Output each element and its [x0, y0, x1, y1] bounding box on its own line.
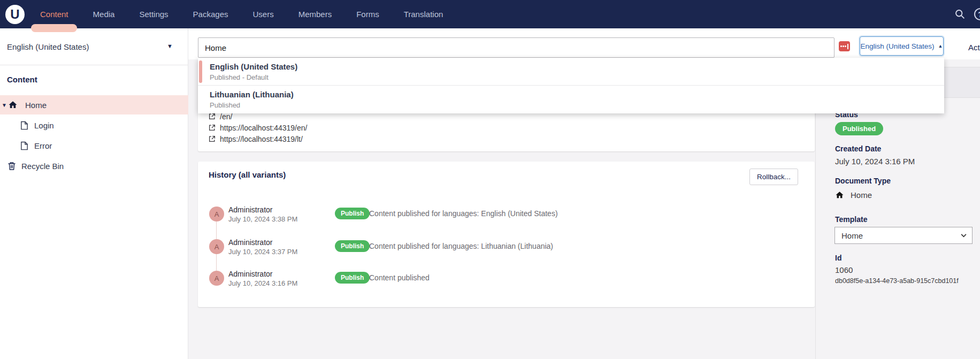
- tree-item-label: Home: [25, 101, 47, 110]
- template-label: Template: [835, 215, 867, 224]
- language-option-name: Lithuanian (Lithuania): [210, 90, 294, 99]
- tree-item-login[interactable]: Login: [0, 116, 188, 135]
- history-user: Administrator: [228, 205, 272, 214]
- id-label: Id: [835, 254, 841, 262]
- avatar: A: [209, 271, 224, 286]
- history-date: July 10, 2024 3:38 PM: [228, 215, 297, 223]
- history-entry: A Administrator July 10, 2024 3:38 PM Pu…: [209, 204, 803, 228]
- publish-badge: Publish: [335, 240, 370, 252]
- tab-settings[interactable]: Settings: [127, 0, 180, 28]
- tree-item-label: Login: [34, 121, 54, 130]
- tab-translation[interactable]: Translation: [392, 0, 456, 28]
- chevron-down-icon: ▼: [167, 43, 173, 49]
- document-icon: [20, 121, 28, 130]
- sidebar: English (United States) ▼ Content ▼ Home…: [0, 28, 188, 359]
- tab-users[interactable]: Users: [240, 0, 286, 28]
- tree-item-label: Recycle Bin: [21, 162, 64, 171]
- sidebar-language-label: English (United States): [7, 42, 89, 51]
- content-link[interactable]: https://localhost:44319/en/: [209, 122, 307, 133]
- document-type-label: Document Type: [835, 177, 891, 185]
- avatar: A: [209, 239, 224, 254]
- sidebar-section-title: Content: [7, 75, 37, 84]
- home-icon: [8, 100, 18, 110]
- tab-content[interactable]: Content: [28, 0, 81, 28]
- id-value: 1060: [835, 265, 853, 274]
- history-title: History (all variants): [209, 170, 286, 179]
- tree-item-recycle-bin[interactable]: Recycle Bin: [0, 156, 188, 175]
- history-description: Content published: [369, 273, 430, 282]
- document-name-input[interactable]: [198, 37, 834, 58]
- avatar: A: [209, 207, 224, 221]
- created-date-label: Created Date: [835, 144, 881, 153]
- chevron-up-icon: ▲: [938, 43, 943, 49]
- content-link-label: https://localhost:44319/en/: [220, 124, 307, 132]
- umbraco-backoffice: U Content Media Settings Packages Users …: [0, 0, 980, 359]
- language-option-english[interactable]: English (United States) Published - Defa…: [198, 58, 944, 86]
- history-entry: A Administrator July 10, 2024 3:37 PM Pu…: [209, 237, 803, 261]
- document-type-value: Home: [851, 190, 872, 200]
- tab-forms[interactable]: Forms: [344, 0, 392, 28]
- publish-badge: Publish: [335, 208, 370, 219]
- tree-item-label: Error: [34, 141, 52, 150]
- history-date: July 10, 2024 3:16 PM: [228, 279, 297, 287]
- tab-packages[interactable]: Packages: [181, 0, 241, 28]
- home-icon: [835, 190, 844, 200]
- status-badge: Published: [835, 122, 883, 135]
- history-entry: A Administrator July 10, 2024 3:16 PM Pu…: [209, 269, 803, 292]
- help-icon[interactable]: ?: [974, 8, 980, 20]
- tree-item-error[interactable]: Error: [0, 136, 188, 155]
- document-icon: [20, 141, 28, 150]
- language-variant-button[interactable]: English (United States) ▲: [860, 36, 944, 56]
- guid-value: db0d8f5e-a134-4e73-a5ab-915c7cbd101f: [835, 277, 959, 285]
- language-option-status: Published: [210, 101, 240, 109]
- section-nav: Content Media Settings Packages Users Me…: [28, 0, 455, 28]
- alert-badge-icon[interactable]: [839, 41, 850, 51]
- tab-members[interactable]: Members: [286, 0, 344, 28]
- history-user: Administrator: [228, 270, 272, 278]
- language-option-status: Published - Default: [210, 73, 269, 81]
- document-type-value-row[interactable]: Home: [835, 190, 872, 200]
- content-link[interactable]: https://localhost:44319/lt/: [209, 133, 303, 144]
- sidebar-language-selector[interactable]: English (United States) ▼: [0, 28, 188, 65]
- content-link-label: https://localhost:44319/lt/: [220, 135, 303, 143]
- language-option-lithuanian[interactable]: Lithuanian (Lithuania) Published: [198, 86, 944, 113]
- created-date-value: July 10, 2024 3:16 PM: [835, 157, 915, 166]
- umbraco-logo-icon[interactable]: U: [5, 5, 25, 24]
- tree-item-home[interactable]: ▼ Home: [0, 95, 188, 114]
- publish-badge: Publish: [335, 272, 370, 284]
- language-option-name: English (United States): [210, 62, 297, 71]
- trash-icon: [7, 162, 16, 171]
- rollback-button[interactable]: Rollback...: [749, 169, 798, 185]
- tab-media[interactable]: Media: [81, 0, 127, 28]
- history-description: Content published for languages: Lithuan…: [369, 242, 553, 250]
- history-card: History (all variants) Rollback... A Adm…: [198, 162, 815, 307]
- expander-caret-icon[interactable]: ▼: [2, 102, 7, 108]
- history-user: Administrator: [228, 238, 272, 247]
- current-language-indicator: [199, 60, 202, 83]
- search-icon[interactable]: [954, 9, 966, 20]
- history-description: Content published for languages: English…: [369, 209, 558, 218]
- template-selected-value: Home: [841, 231, 863, 240]
- history-date: July 10, 2024 3:37 PM: [228, 248, 297, 256]
- top-bar: U Content Media Settings Packages Users …: [0, 0, 980, 28]
- chevron-down-icon: [961, 234, 967, 238]
- actions-button[interactable]: Actions: [968, 43, 980, 52]
- language-dropdown-panel: English (United States) Published - Defa…: [198, 58, 944, 113]
- template-select[interactable]: Home: [834, 227, 973, 244]
- language-variant-label: English (United States): [861, 42, 935, 50]
